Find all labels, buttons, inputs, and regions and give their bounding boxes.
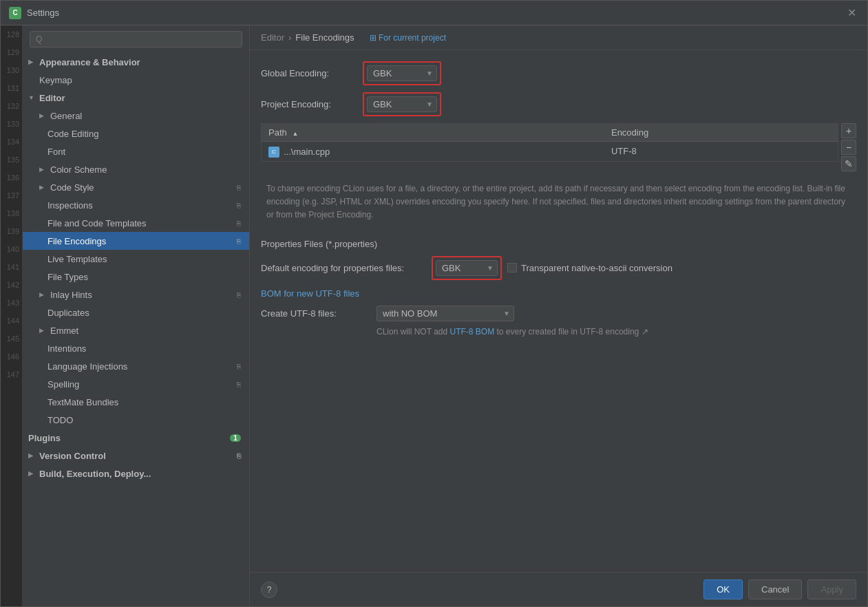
global-encoding-select[interactable]: GBK UTF-8 ISO-8859-1	[367, 65, 437, 81]
global-encoding-select-wrapper: GBK UTF-8 ISO-8859-1 ▼	[367, 65, 437, 81]
copy-icon: ⎘	[237, 291, 241, 299]
sidebar-item-todo[interactable]: TODO	[23, 411, 249, 429]
sidebar-item-label: Editor	[39, 93, 65, 103]
sidebar-item-color-scheme[interactable]: ▶ Color Scheme	[23, 160, 249, 178]
copy-icon: ⎘	[237, 452, 241, 460]
sidebar-item-keymap[interactable]: Keymap	[23, 71, 249, 89]
encoding-table-wrapper: Path ▲ Encoding	[261, 123, 838, 171]
sidebar-item-label: TODO	[47, 415, 73, 425]
project-encoding-select-wrapper: GBK UTF-8 ISO-8859-1 ▼	[367, 96, 437, 112]
project-encoding-select[interactable]: GBK UTF-8 ISO-8859-1	[367, 96, 437, 112]
sidebar-item-inlay-hints[interactable]: ▶ Inlay Hints ⎘	[23, 286, 249, 304]
copy-icon: ⎘	[237, 363, 241, 370]
global-encoding-highlight: GBK UTF-8 ISO-8859-1 ▼	[363, 61, 441, 85]
sidebar-item-live-templates[interactable]: Live Templates	[23, 250, 249, 268]
sidebar-item-font[interactable]: Font	[23, 142, 249, 160]
footer-right: OK Cancel Apply	[703, 579, 856, 599]
line-numbers: 1281291301311321331341351361371381391401…	[1, 25, 23, 606]
remove-encoding-button[interactable]: −	[841, 140, 856, 155]
breadcrumb-current: File Encodings	[295, 32, 354, 43]
sidebar-item-spelling[interactable]: Spelling ⎘	[23, 375, 249, 393]
chevron-right-icon: ▶	[28, 470, 35, 477]
title-bar: C Settings ✕	[1, 1, 867, 25]
copy-icon: ⎘	[237, 381, 241, 388]
sidebar-item-language-injections[interactable]: Language Injections ⎘	[23, 357, 249, 375]
close-button[interactable]: ✕	[845, 6, 859, 19]
app-icon: C	[9, 7, 21, 19]
sidebar-item-label: File Types	[47, 272, 88, 282]
sidebar-item-build-exec-deploy[interactable]: ▶ Build, Execution, Deploy...	[23, 465, 249, 482]
edit-encoding-button[interactable]: ✎	[841, 156, 856, 171]
properties-encoding-select[interactable]: GBK UTF-8	[436, 260, 498, 276]
sidebar-item-general[interactable]: ▶ General	[23, 107, 249, 125]
transparent-conversion-label: Transparent native-to-ascii conversion	[521, 263, 673, 273]
utf8-bom-link[interactable]: UTF-8 BOM	[450, 327, 495, 337]
sidebar-item-file-types[interactable]: File Types	[23, 268, 249, 286]
sidebar-item-file-encodings[interactable]: File Encodings ⎘	[23, 232, 249, 250]
breadcrumb-parent: Editor	[261, 32, 284, 43]
project-encoding-row: Project Encoding: GBK UTF-8 ISO-8859-1 ▼	[261, 92, 856, 116]
sidebar-item-inspections[interactable]: Inspections ⎘	[23, 196, 249, 214]
properties-encoding-row: Default encoding for properties files: G…	[261, 256, 856, 280]
sidebar-item-code-editing[interactable]: Code Editing	[23, 125, 249, 142]
chevron-down-icon: ▼	[28, 94, 35, 101]
sidebar-item-label: File and Code Templates	[47, 218, 147, 228]
global-encoding-row: Global Encoding: GBK UTF-8 ISO-8859-1 ▼	[261, 61, 856, 85]
encoding-cell: UTF-8	[604, 142, 838, 162]
table-header-row: Path ▲ Encoding	[262, 124, 838, 142]
encoding-table-container: Path ▲ Encoding	[261, 123, 856, 171]
settings-window: C Settings ✕ 128129130131132133134135136…	[0, 0, 868, 607]
sidebar-item-code-style[interactable]: ▶ Code Style ⎘	[23, 178, 249, 196]
info-text: To change encoding CLion uses for a file…	[261, 177, 856, 228]
panel-body: Global Encoding: GBK UTF-8 ISO-8859-1 ▼	[250, 50, 867, 572]
copy-icon: ⎘	[237, 202, 241, 209]
sidebar-item-version-control[interactable]: ▶ Version Control ⎘	[23, 447, 249, 465]
sidebar-item-label: TextMate Bundles	[47, 397, 118, 407]
sidebar-item-label: Font	[47, 147, 65, 157]
add-encoding-button[interactable]: +	[841, 123, 856, 138]
sidebar-item-duplicates[interactable]: Duplicates	[23, 304, 249, 321]
sidebar-item-plugins[interactable]: Plugins 1	[23, 429, 249, 447]
sidebar-item-appearance[interactable]: ▶ Appearance & Behavior	[23, 53, 249, 71]
sidebar-item-label: Plugins	[28, 433, 61, 443]
sidebar-item-label: Intentions	[47, 343, 86, 354]
help-button[interactable]: ?	[261, 582, 277, 598]
sidebar-item-emmet[interactable]: ▶ Emmet	[23, 321, 249, 339]
file-icon: C	[268, 147, 279, 158]
sidebar-item-intentions[interactable]: Intentions	[23, 339, 249, 357]
chevron-right-icon: ▶	[39, 112, 46, 119]
bom-note: CLion will NOT add UTF-8 BOM to every cr…	[261, 327, 856, 337]
path-cell: C ...\main.cpp	[262, 142, 604, 162]
table-row[interactable]: C ...\main.cpp UTF-8	[262, 142, 838, 162]
transparent-conversion-wrapper: Transparent native-to-ascii conversion	[507, 263, 673, 273]
sidebar-item-label: Emmet	[50, 326, 78, 336]
chevron-right-icon: ▶	[28, 452, 35, 459]
bom-create-row: Create UTF-8 files: with NO BOM with BOM…	[261, 306, 856, 321]
chevron-right-icon: ▶	[39, 166, 46, 173]
sidebar-item-label: Keymap	[39, 75, 72, 85]
bom-create-select[interactable]: with NO BOM with BOM Ask	[377, 306, 514, 321]
path-column-header[interactable]: Path ▲	[262, 124, 604, 142]
sidebar-item-label: Live Templates	[47, 254, 107, 264]
breadcrumb: Editor › File Encodings ⊞ For current pr…	[250, 25, 867, 50]
properties-section-title: Properties Files (*.properties)	[261, 239, 856, 249]
search-input[interactable]	[30, 31, 242, 47]
for-current-project-link[interactable]: ⊞ For current project	[370, 33, 446, 43]
chevron-right-icon: ▶	[39, 291, 46, 298]
project-encoding-highlight: GBK UTF-8 ISO-8859-1 ▼	[363, 92, 441, 116]
bom-note-prefix: CLion will NOT add	[377, 327, 450, 337]
footer-left: ?	[261, 582, 277, 598]
sidebar-item-editor[interactable]: ▼ Editor	[23, 89, 249, 107]
footer: ? OK Cancel Apply	[250, 572, 867, 606]
ok-button[interactable]: OK	[703, 579, 743, 599]
plugins-badge: 1	[230, 434, 241, 442]
window-title: Settings	[27, 8, 59, 18]
sidebar-item-textmate-bundles[interactable]: TextMate Bundles	[23, 393, 249, 411]
apply-button[interactable]: Apply	[807, 579, 856, 599]
sidebar-item-label: Color Scheme	[50, 164, 107, 175]
cancel-button[interactable]: Cancel	[748, 579, 802, 599]
transparent-conversion-checkbox[interactable]	[507, 263, 517, 273]
file-icon-wrapper: C ...\main.cpp	[268, 147, 330, 158]
sidebar-item-label: Code Editing	[47, 129, 98, 139]
sidebar-item-file-and-code-templates[interactable]: File and Code Templates ⎘	[23, 214, 249, 232]
